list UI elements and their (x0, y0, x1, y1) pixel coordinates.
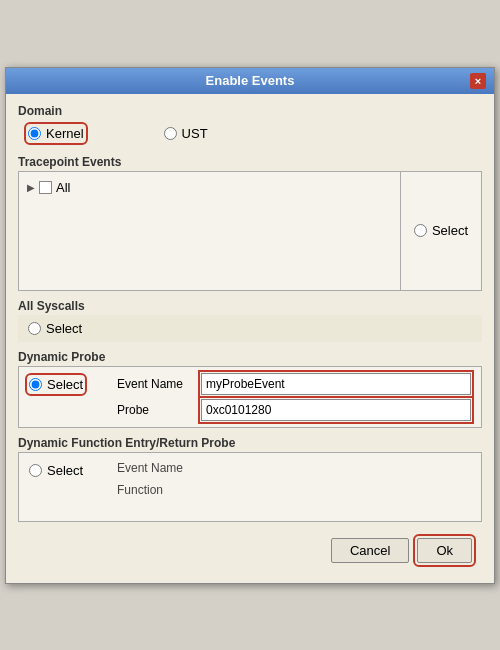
tracepoint-select-area: Select (401, 172, 481, 290)
syscalls-select-label: Select (46, 321, 82, 336)
dialog-body: Domain Kernel UST Tracepoint Events ▶ (6, 94, 494, 583)
event-name-input[interactable] (201, 373, 471, 395)
probe-row: Probe (117, 399, 471, 421)
tree-all-item: ▶ All (27, 178, 392, 197)
ust-radio-group: UST (164, 126, 208, 141)
ust-radio[interactable] (164, 127, 177, 140)
kernel-radio[interactable] (28, 127, 41, 140)
probe-fields: Event Name Probe (117, 373, 471, 421)
dynfunc-event-name-label: Event Name (117, 459, 471, 477)
event-name-field-label: Event Name (117, 377, 195, 391)
enable-events-dialog: Enable Events × Domain Kernel UST Tracep… (5, 67, 495, 584)
tracepoint-select-radio-group: Select (414, 223, 468, 238)
dynamic-probe-label: Dynamic Probe (18, 350, 482, 364)
dialog-title: Enable Events (30, 73, 470, 88)
tracepoint-tree: ▶ All (19, 172, 401, 290)
dynfunc-section-label: Dynamic Function Entry/Return Probe (18, 436, 482, 450)
ust-label: UST (182, 126, 208, 141)
tracepoint-label: Tracepoint Events (18, 155, 482, 169)
ok-button[interactable]: Ok (417, 538, 472, 563)
tracepoint-select-label: Select (432, 223, 468, 238)
kernel-radio-group: Kernel (28, 126, 84, 141)
syscalls-radio-group: Select (28, 321, 472, 336)
dynfunc-function-label: Function (117, 481, 471, 499)
dynfunc-section-wrapper: Dynamic Function Entry/Return Probe Sele… (18, 436, 482, 522)
probe-input[interactable] (201, 399, 471, 421)
kernel-label: Kernel (46, 126, 84, 141)
tree-all-checkbox[interactable] (39, 181, 52, 194)
cancel-button[interactable]: Cancel (331, 538, 409, 563)
syscalls-section: Select (18, 315, 482, 342)
probe-select-label: Select (47, 377, 83, 392)
dynamic-probe-section: Select Event Name Probe (18, 366, 482, 428)
domain-section: Kernel UST (18, 120, 482, 147)
probe-field-label: Probe (117, 403, 195, 417)
close-button[interactable]: × (470, 73, 486, 89)
dynfunc-fields: Event Name Function (117, 459, 471, 515)
event-name-row: Event Name (117, 373, 471, 395)
syscalls-select-radio[interactable] (28, 322, 41, 335)
tree-arrow-icon: ▶ (27, 182, 35, 193)
tracepoint-section: ▶ All Select (18, 171, 482, 291)
tracepoint-section-wrapper: Tracepoint Events ▶ All Select (18, 155, 482, 291)
domain-label: Domain (18, 104, 482, 118)
dynfunc-select-label: Select (47, 463, 83, 478)
dynfunc-select-radio[interactable] (29, 464, 42, 477)
button-row: Cancel Ok (18, 530, 482, 573)
domain-section-wrapper: Domain Kernel UST (18, 104, 482, 147)
probe-select-radio[interactable] (29, 378, 42, 391)
dynfunc-select-radio-group: Select (29, 463, 83, 478)
syscalls-section-label: All Syscalls (18, 299, 482, 313)
probe-select-radio-group: Select (29, 377, 83, 392)
dynfunc-section: Select Event Name Function (18, 452, 482, 522)
title-bar: Enable Events × (6, 68, 494, 94)
probe-select-area: Select (29, 373, 109, 392)
dynamic-probe-section-wrapper: Dynamic Probe Select Event Name Probe (18, 350, 482, 428)
syscalls-section-wrapper: All Syscalls Select (18, 299, 482, 342)
tracepoint-select-radio[interactable] (414, 224, 427, 237)
tree-all-label: All (56, 180, 70, 195)
dynfunc-select-area: Select (29, 459, 109, 515)
